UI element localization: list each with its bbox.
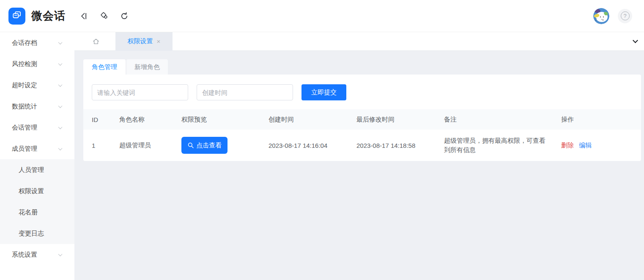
cell-actions: 删除 编辑 xyxy=(561,130,641,161)
column-header-actions: 操作 xyxy=(561,109,641,130)
role-management-card: 立即提交 ID 角色名称 权限预览 创建时间 xyxy=(83,75,641,161)
column-header-permission-preview: 权限预览 xyxy=(181,109,269,130)
keyword-input[interactable] xyxy=(92,84,188,100)
collapse-sidebar-icon[interactable] xyxy=(79,11,88,21)
search-icon xyxy=(187,142,194,149)
tab-label: 角色管理 xyxy=(92,63,117,71)
page-tab-permission-settings[interactable]: 权限设置 × xyxy=(115,32,173,51)
submit-button[interactable]: 立即提交 xyxy=(301,84,346,100)
tab-add-role[interactable]: 新增角色 xyxy=(126,59,168,75)
sidebar-item-system-settings[interactable]: 系统设置 xyxy=(0,244,74,265)
view-permissions-button[interactable]: 点击查看 xyxy=(181,137,227,154)
chat-bubbles-icon xyxy=(11,10,22,22)
column-header-role-name: 角色名称 xyxy=(119,109,181,130)
sidebar-subitem-label: 变更日志 xyxy=(19,230,44,238)
sidebar-item-session-archive[interactable]: 会话存档 xyxy=(0,32,74,53)
tab-label: 新增角色 xyxy=(134,63,160,71)
refresh-icon[interactable] xyxy=(120,11,129,21)
tab-options-chevron-icon[interactable] xyxy=(633,38,638,43)
page-tab-label: 权限设置 xyxy=(128,37,153,45)
cell-modified: 2023-08-17 14:18:58 xyxy=(356,130,444,161)
home-icon xyxy=(92,38,100,45)
sidebar-item-risk-detection[interactable]: 风控检测 xyxy=(0,53,74,75)
table-header-row: ID 角色名称 权限预览 创建时间 最后修改时间 备注 操作 xyxy=(83,109,641,130)
roles-table: ID 角色名称 权限预览 创建时间 最后修改时间 备注 操作 1 xyxy=(83,109,641,161)
sidebar-item-label: 会话存档 xyxy=(12,39,37,47)
edit-link[interactable]: 编辑 xyxy=(579,141,592,149)
page-tab-bar: 权限设置 × xyxy=(74,32,644,51)
app-window: 微会话 xyxy=(0,0,644,280)
top-header: 微会话 xyxy=(0,0,644,32)
question-mark-icon: ? xyxy=(621,11,630,20)
sidebar-item-label: 风控检测 xyxy=(12,60,37,68)
sidebar-subitem-label: 权限设置 xyxy=(19,187,44,195)
close-icon[interactable]: × xyxy=(157,38,161,45)
chevron-down-icon xyxy=(58,83,63,87)
create-time-input[interactable] xyxy=(197,84,293,100)
cell-created: 2023-08-17 14:16:04 xyxy=(269,130,356,161)
chevron-down-icon xyxy=(58,146,63,150)
chevron-down-icon xyxy=(58,252,63,256)
sidebar-item-permission-settings[interactable]: 权限设置 xyxy=(0,180,74,202)
view-permissions-label: 点击查看 xyxy=(197,141,222,150)
cell-remark: 超级管理员，拥有最高权限，可查看到所有信息 xyxy=(444,130,561,161)
sidebar-item-roster[interactable]: 花名册 xyxy=(0,202,74,223)
sidebar-item-session-management[interactable]: 会话管理 xyxy=(0,117,74,138)
member-management-submenu: 人员管理 权限设置 花名册 变更日志 xyxy=(0,159,74,244)
sidebar-subitem-label: 花名册 xyxy=(19,208,38,216)
sidebar-item-label: 会话管理 xyxy=(12,124,37,132)
sidebar-subitem-label: 人员管理 xyxy=(19,166,44,174)
sidebar-item-change-log[interactable]: 变更日志 xyxy=(0,223,74,244)
content-area: 角色管理 新增角色 立即提交 xyxy=(74,51,644,161)
main-area: 权限设置 × 角色管理 新增角色 xyxy=(74,32,644,280)
column-header-remark: 备注 xyxy=(444,109,561,130)
tab-role-management[interactable]: 角色管理 xyxy=(83,59,126,75)
column-header-created: 创建时间 xyxy=(269,109,356,130)
sidebar-item-timeout-setting[interactable]: 超时设定 xyxy=(0,75,74,96)
help-button[interactable]: ? xyxy=(618,9,632,23)
cell-id: 1 xyxy=(83,130,119,161)
chevron-down-icon xyxy=(58,125,63,129)
card-tabs: 角色管理 新增角色 xyxy=(83,59,641,75)
sidebar-item-label: 数据统计 xyxy=(12,103,37,111)
app-title: 微会话 xyxy=(31,8,66,23)
filter-row: 立即提交 xyxy=(83,75,641,100)
cell-permission-preview: 点击查看 xyxy=(181,130,269,161)
column-header-modified: 最后修改时间 xyxy=(356,109,444,130)
clear-cache-icon[interactable] xyxy=(99,11,109,21)
delete-link[interactable]: 删除 xyxy=(561,141,574,149)
cell-role-name: 超级管理员 xyxy=(119,130,181,161)
sidebar-item-label: 系统设置 xyxy=(12,251,37,259)
column-header-id: ID xyxy=(83,109,119,130)
sidebar-nav: 会话存档 风控检测 超时设定 数据统计 会话管理 成员管理 xyxy=(0,32,74,280)
sidebar-item-label: 成员管理 xyxy=(12,145,37,153)
sidebar-item-data-statistics[interactable]: 数据统计 xyxy=(0,96,74,117)
app-logo xyxy=(8,8,25,25)
table-row: 1 超级管理员 点击查看 xyxy=(83,130,641,161)
header-right: ? xyxy=(593,8,632,24)
sidebar-item-staff-management[interactable]: 人员管理 xyxy=(0,159,74,180)
chevron-down-icon xyxy=(58,104,63,108)
user-avatar[interactable] xyxy=(593,8,609,24)
header-toolbar xyxy=(79,11,129,21)
sidebar-item-label: 超时设定 xyxy=(12,81,37,89)
sidebar-item-member-management[interactable]: 成员管理 xyxy=(0,138,74,159)
chevron-down-icon xyxy=(58,40,63,44)
home-tab-button[interactable] xyxy=(92,38,100,45)
chevron-down-icon xyxy=(58,61,63,66)
